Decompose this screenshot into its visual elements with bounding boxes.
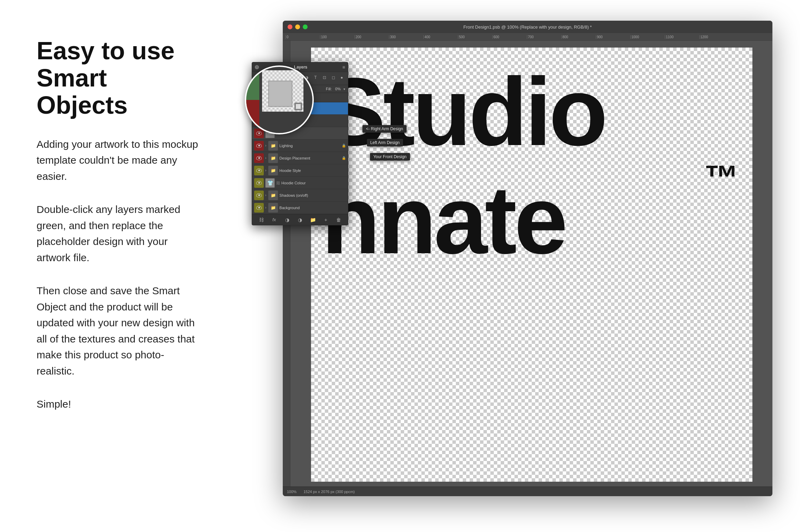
filter-shape-icon[interactable]: ◻ <box>330 74 337 81</box>
mask-button[interactable]: ◑ <box>283 216 291 224</box>
simple-label: Simple! <box>37 396 202 412</box>
ruler-1100: 1100 <box>665 35 699 39</box>
maximize-button[interactable] <box>303 24 308 29</box>
heading-line1: Easy to use <box>37 37 174 64</box>
filter-smart-icon[interactable]: ⊡ <box>321 74 328 81</box>
layer-name-lighting: Lighting <box>279 144 340 148</box>
close-button[interactable] <box>288 24 292 29</box>
layer-thumb-hoodie-style: 📁 <box>268 166 278 175</box>
visibility-toggle-background[interactable] <box>254 203 264 213</box>
traffic-lights <box>288 24 308 29</box>
filter-toggle-icon[interactable]: ● <box>338 74 345 81</box>
layer-name-shadows: Shadows (on/off) <box>279 193 346 197</box>
zoom-thumbnail-large <box>262 70 303 112</box>
eye-icon-background <box>256 206 262 210</box>
heading-line2: Smart Objects <box>37 64 128 119</box>
expand-design-placement-icon[interactable]: › <box>265 156 266 160</box>
ruler-100: 100 <box>320 35 354 39</box>
folder-icon-background: 📁 <box>271 205 276 210</box>
zoom-layer-area <box>259 67 312 133</box>
expand-shadows-icon[interactable]: › <box>265 193 266 197</box>
fill-value[interactable]: 0% <box>335 87 341 91</box>
link-layers-button[interactable]: ⛓ <box>257 216 266 224</box>
main-heading: Easy to use Smart Objects <box>37 37 202 119</box>
ruler-700: 700 <box>527 35 561 39</box>
ruler-300: 300 <box>389 35 423 39</box>
layer-thumb-background: 📁 <box>268 203 278 213</box>
eye-icon-lighting <box>256 144 262 148</box>
layer-lock-lighting: 🔒 <box>342 144 346 147</box>
visibility-toggle-hoodie-style[interactable] <box>254 166 264 175</box>
expand-background-icon[interactable]: › <box>265 206 266 209</box>
delete-layer-button[interactable]: 🗑 <box>334 216 343 224</box>
ps-statusbar: 100% 1524 px x 2076 px (300 ppcm) <box>283 487 772 496</box>
folder-icon-lighting: 📁 <box>271 143 276 148</box>
layer-name-hoodie-style: Hoodie Style <box>279 168 346 173</box>
adjustment-button[interactable]: ◑ <box>296 216 304 224</box>
layer-row-shadows[interactable]: › 📁 Shadows (on/off) <box>252 189 348 202</box>
ruler-500: 500 <box>458 35 492 39</box>
visibility-toggle-hoodie-colour[interactable] <box>254 178 264 188</box>
hoodie-thumb-icon: 👕 <box>267 180 273 186</box>
ruler-900: 900 <box>596 35 630 39</box>
folder-icon-design-placement: 📁 <box>271 156 276 161</box>
tooltip-front-design: Your Front Design <box>370 153 410 161</box>
chain-icon-hoodie-colour: ⛓ <box>276 181 280 185</box>
visibility-toggle-design-placement[interactable] <box>254 153 264 163</box>
ruler-1000: 1000 <box>630 35 665 39</box>
layer-row-lighting[interactable]: › 📁 Lighting 🔒 <box>252 140 348 152</box>
ruler-200: 200 <box>354 35 389 39</box>
eye-icon-design-placement <box>256 156 262 160</box>
filter-type-icon[interactable]: T <box>312 74 319 81</box>
layer-name-background: Background <box>279 206 346 210</box>
paragraph-1: Adding your artwork to this mockup templ… <box>37 136 202 185</box>
left-section: Easy to use Smart Objects Adding your ar… <box>37 37 202 412</box>
canvas-area: Studio nnate ™ <box>283 41 772 487</box>
layer-thumb-hoodie-colour: 👕 <box>265 178 275 188</box>
window-title: Front Design1.psb @ 100% (Replace with y… <box>463 24 592 30</box>
canvas-nnate-text: nnate <box>321 165 565 275</box>
zoom-eye-icon-green <box>248 70 254 74</box>
top-ruler: 0 100 200 300 400 500 600 700 800 900 10… <box>283 33 772 41</box>
zoom-red-strip <box>246 100 259 133</box>
expand-hoodie-style-icon[interactable]: › <box>265 168 266 172</box>
tooltip-right-arm: <- Right Arm Design <box>362 125 407 133</box>
fx-button[interactable]: fx <box>270 216 278 224</box>
canvas-studio-text: Studio <box>321 68 605 155</box>
canvas: Studio nnate ™ <box>290 41 772 487</box>
eye-icon-hoodie-colour <box>256 181 262 185</box>
new-layer-button[interactable]: + <box>322 216 330 224</box>
layer-row-design-placement[interactable]: › 📁 Design Placement 🔒 <box>252 152 348 164</box>
layer-name-hoodie-colour: Hoodie Colour <box>281 181 346 185</box>
layer-row-hoodie-style[interactable]: › 📁 Hoodie Style <box>252 164 348 177</box>
photoshop-window: Front Design1.psb @ 100% (Replace with y… <box>283 21 772 496</box>
ruler-1200: 1200 <box>699 35 734 39</box>
visibility-toggle-lighting[interactable] <box>254 141 264 151</box>
new-group-button[interactable]: 📁 <box>309 216 317 224</box>
zoom-content <box>246 67 312 133</box>
zoom-level: 100% <box>287 490 297 494</box>
folder-icon-hoodie-style: 📁 <box>271 168 276 173</box>
ruler-track: 0 100 200 300 400 500 600 700 800 900 10… <box>286 34 770 39</box>
paragraph-3: Then close and save the Smart Object and… <box>37 283 202 379</box>
ruler-0: 0 <box>286 35 320 39</box>
canvas-size: 1524 px x 2076 px (300 ppcm) <box>303 490 355 494</box>
layer-thumb-shadows: 📁 <box>268 191 278 200</box>
zoom-eye-icon-red <box>248 121 254 125</box>
layer-lock-design-placement: 🔒 <box>342 156 346 160</box>
right-section: Front Design1.psb @ 100% (Replace with y… <box>252 21 779 510</box>
minimize-button[interactable] <box>295 24 300 29</box>
nested-thumb <box>296 104 301 109</box>
layer-row-background[interactable]: › 📁 Background <box>252 202 348 214</box>
layer-thumb-design-placement: 📁 <box>268 153 278 163</box>
zoom-circle <box>245 65 314 134</box>
ruler-400: 400 <box>423 35 458 39</box>
smart-object-badge <box>294 103 302 110</box>
visibility-toggle-shadows[interactable] <box>254 191 264 200</box>
layer-row-hoodie-colour[interactable]: 👕 ⛓ Hoodie Colour <box>252 177 348 189</box>
panel-menu-button[interactable]: ≡ <box>342 64 345 70</box>
ps-titlebar: Front Design1.psb @ 100% (Replace with y… <box>283 21 772 33</box>
expand-lighting-icon[interactable]: › <box>265 144 266 147</box>
paragraph-2: Double-click any layers marked green, an… <box>37 202 202 266</box>
fill-dropdown-icon[interactable]: ▾ <box>343 87 345 91</box>
